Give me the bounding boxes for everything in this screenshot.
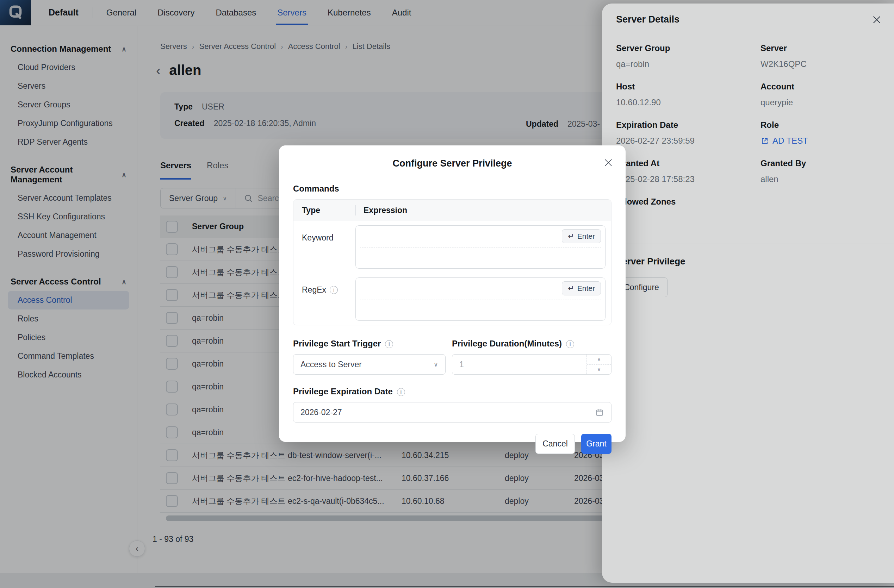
close-icon[interactable] <box>603 157 614 168</box>
info-icon[interactable]: i <box>385 340 393 348</box>
expiration-date-input[interactable]: 2026-02-27 <box>293 402 612 422</box>
column-type: Type <box>293 206 355 215</box>
info-icon[interactable]: i <box>330 286 338 294</box>
stepper-down-button[interactable]: ∨ <box>587 365 611 375</box>
calendar-icon <box>595 408 604 417</box>
cancel-button[interactable]: Cancel <box>535 434 575 454</box>
info-icon[interactable]: i <box>397 388 405 396</box>
enter-icon: ↵ <box>568 284 574 292</box>
duration-stepper: ∧ ∨ <box>586 354 611 374</box>
modal-header: Configure Server Privilege <box>293 158 612 169</box>
commands-table: Type Expression Keyword ↵ Enter RegEx <box>293 199 612 325</box>
chevron-down-icon: ∨ <box>433 360 438 368</box>
keyword-expression-input[interactable]: ↵ Enter <box>355 225 606 268</box>
regex-row: RegEx i ↵ Enter <box>293 273 611 325</box>
trigger-value: Access to Server <box>301 360 362 369</box>
keyword-row: Keyword ↵ Enter <box>293 221 611 273</box>
regex-label: RegEx i <box>293 277 355 321</box>
keyword-enter-button[interactable]: ↵ Enter <box>562 229 601 243</box>
column-expression: Expression <box>356 206 407 215</box>
expiration-value: 2026-02-27 <box>301 408 342 417</box>
expiration-label: Privilege Expiration Date <box>293 387 393 397</box>
duration-input[interactable]: 1 ∧ ∨ <box>452 354 612 375</box>
trigger-duration-row: Privilege Start Trigger i Access to Serv… <box>293 339 612 375</box>
expiration-field: Privilege Expiration Date i 2026-02-27 <box>293 387 612 422</box>
modal-actions: Cancel Grant <box>293 434 612 454</box>
duration-value: 1 <box>459 360 464 369</box>
regex-expression-input[interactable]: ↵ Enter <box>355 277 606 321</box>
commands-label: Commands <box>293 184 612 194</box>
duration-label: Privilege Duration(Minutes) <box>452 339 562 348</box>
enter-icon: ↵ <box>568 232 574 240</box>
trigger-select[interactable]: Access to Server ∨ <box>293 354 445 375</box>
modal-title: Configure Server Privilege <box>393 158 512 169</box>
trigger-label: Privilege Start Trigger <box>293 339 381 348</box>
trigger-field: Privilege Start Trigger i Access to Serv… <box>293 339 445 375</box>
commands-table-header: Type Expression <box>293 200 611 221</box>
grant-button[interactable]: Grant <box>581 434 612 454</box>
regex-enter-button[interactable]: ↵ Enter <box>562 281 601 296</box>
duration-field: Privilege Duration(Minutes) i 1 ∧ ∨ <box>452 339 612 375</box>
info-icon[interactable]: i <box>566 340 574 348</box>
configure-server-privilege-modal: Configure Server Privilege Commands Type… <box>279 145 625 442</box>
keyword-label: Keyword <box>293 225 355 268</box>
stepper-up-button[interactable]: ∧ <box>587 354 611 365</box>
